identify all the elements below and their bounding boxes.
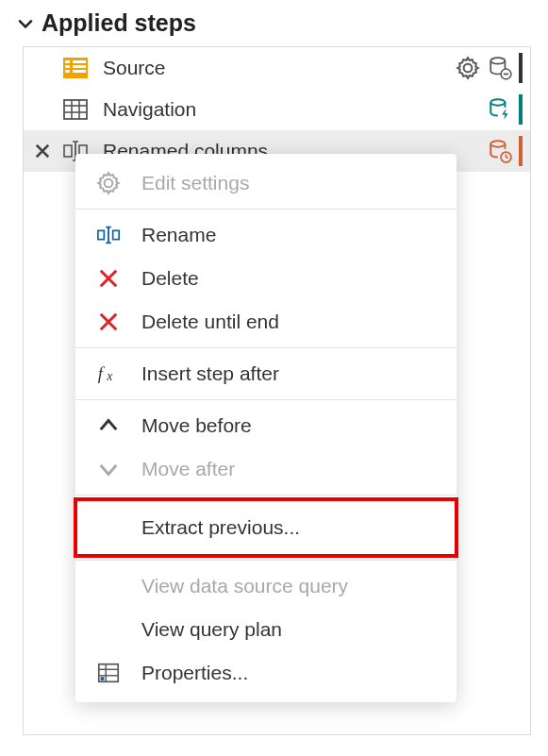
step-context-menu: Edit settings Rename Delete xyxy=(75,154,457,702)
menu-properties[interactable]: Properties... xyxy=(75,651,457,695)
database-clock-icon[interactable] xyxy=(487,138,513,164)
applied-steps-header[interactable]: Applied steps xyxy=(17,9,531,37)
step-row-navigation[interactable]: Navigation xyxy=(24,89,530,130)
chevron-down-icon xyxy=(17,15,34,32)
menu-move-after: Move after xyxy=(75,447,457,491)
accent-bar xyxy=(519,94,523,125)
menu-label: Insert step after xyxy=(141,362,279,385)
blank-icon xyxy=(94,572,123,600)
svg-rect-17 xyxy=(64,145,72,157)
table-icon xyxy=(61,95,90,124)
svg-rect-23 xyxy=(113,230,120,239)
menu-label: Delete xyxy=(141,267,199,290)
svg-rect-31 xyxy=(101,677,105,680)
menu-rename[interactable]: Rename xyxy=(75,213,457,257)
accent-bar xyxy=(519,53,523,83)
svg-rect-6 xyxy=(73,65,86,68)
svg-rect-2 xyxy=(65,60,70,63)
chevron-down-icon xyxy=(94,455,123,483)
menu-view-data-source-query: View data source query xyxy=(75,564,457,608)
properties-icon xyxy=(94,659,123,687)
delete-x-icon xyxy=(94,308,123,336)
step-label: Navigation xyxy=(103,98,473,121)
database-lightning-icon[interactable] xyxy=(487,96,513,123)
menu-separator xyxy=(75,399,457,400)
menu-separator xyxy=(75,495,457,496)
menu-label: View query plan xyxy=(141,618,282,641)
applied-steps-panel: Source xyxy=(23,46,531,735)
menu-delete-until-end[interactable]: Delete until end xyxy=(75,300,457,344)
gear-icon xyxy=(94,169,123,197)
menu-label: Delete until end xyxy=(141,311,279,333)
menu-label: View data source query xyxy=(141,575,348,597)
blank-icon xyxy=(94,513,123,542)
step-row-source[interactable]: Source xyxy=(24,47,530,89)
blank-icon xyxy=(94,615,123,644)
chevron-up-icon xyxy=(94,412,123,440)
menu-label: Move after xyxy=(141,458,235,480)
svg-point-16 xyxy=(490,99,505,106)
menu-delete[interactable]: Delete xyxy=(75,257,457,300)
menu-label: Rename xyxy=(141,224,216,246)
rename-icon xyxy=(94,221,123,249)
accent-bar xyxy=(519,136,523,166)
section-title: Applied steps xyxy=(42,9,196,37)
svg-text:f: f xyxy=(98,363,106,383)
menu-extract-previous[interactable]: Extract previous... xyxy=(75,499,457,556)
fx-icon: f x xyxy=(94,360,123,388)
menu-label: Edit settings xyxy=(141,172,249,194)
menu-separator xyxy=(75,347,457,348)
menu-view-query-plan[interactable]: View query plan xyxy=(75,608,457,651)
gear-icon[interactable] xyxy=(455,55,481,81)
menu-label: Properties... xyxy=(141,662,248,684)
svg-point-20 xyxy=(490,141,505,147)
svg-rect-11 xyxy=(64,100,87,119)
svg-rect-22 xyxy=(98,230,105,239)
svg-rect-3 xyxy=(65,65,70,68)
menu-insert-step-after[interactable]: f x Insert step after xyxy=(75,352,457,395)
svg-rect-4 xyxy=(65,70,70,73)
delete-x-icon xyxy=(94,264,123,293)
menu-move-before[interactable]: Move before xyxy=(75,404,457,447)
svg-rect-5 xyxy=(73,60,86,63)
svg-rect-7 xyxy=(73,70,86,73)
menu-separator xyxy=(75,560,457,561)
svg-point-8 xyxy=(490,58,505,63)
database-minus-icon[interactable] xyxy=(487,55,513,81)
delete-step-icon[interactable] xyxy=(29,138,56,164)
step-label: Source xyxy=(103,57,441,79)
svg-text:x: x xyxy=(106,369,113,383)
menu-label: Extract previous... xyxy=(141,516,300,539)
menu-separator xyxy=(75,209,457,210)
source-icon xyxy=(61,54,90,82)
menu-label: Move before xyxy=(141,414,252,437)
menu-edit-settings: Edit settings xyxy=(75,161,457,205)
